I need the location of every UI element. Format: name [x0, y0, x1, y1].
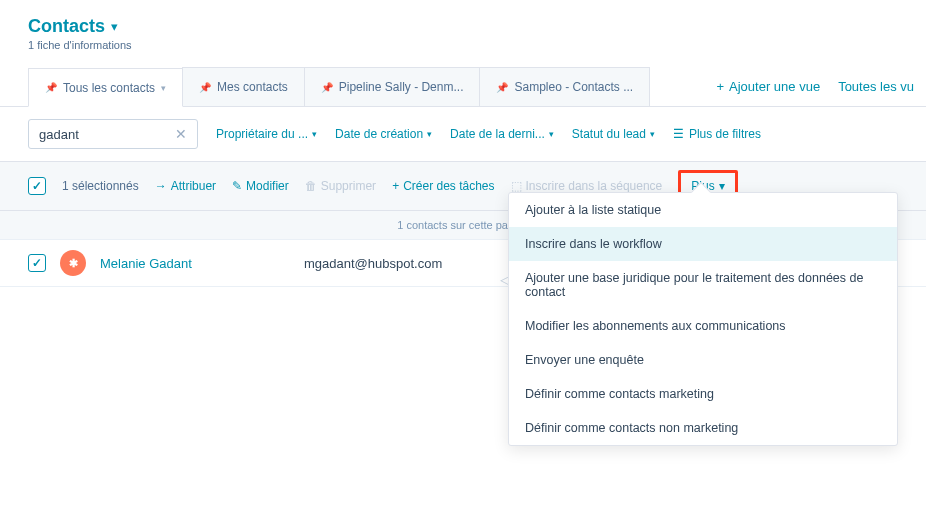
- filter-lead-status[interactable]: Statut du lead ▾: [572, 127, 655, 141]
- assign-label: Attribuer: [171, 179, 216, 193]
- filter-row: ✕ Propriétaire du ... ▾ Date de création…: [0, 107, 926, 161]
- contact-email: mgadant@hubspot.com: [304, 256, 442, 271]
- enroll-sequence-button: ⬚ Inscrire dans la séquence: [511, 179, 663, 193]
- assign-button[interactable]: → Attribuer: [155, 179, 216, 193]
- arrow-right-icon: →: [155, 179, 167, 193]
- chevron-down-icon[interactable]: ▾: [111, 19, 118, 34]
- pin-icon: 📌: [321, 82, 333, 93]
- tab-label: Sampleo - Contacts ...: [514, 80, 633, 94]
- add-view-button[interactable]: + Ajouter une vue: [716, 79, 820, 94]
- select-all-checkbox[interactable]: [28, 177, 46, 195]
- tab-label: Mes contacts: [217, 80, 288, 94]
- pin-icon: 📌: [45, 82, 57, 93]
- more-filters-button[interactable]: ☰ Plus de filtres: [673, 127, 761, 141]
- filter-label: Date de la derni...: [450, 127, 545, 141]
- dropdown-item-set-marketing[interactable]: Définir comme contacts marketing: [509, 377, 897, 411]
- plus-icon: +: [392, 179, 399, 193]
- chevron-down-icon: ▾: [549, 129, 554, 139]
- edit-button[interactable]: ✎ Modifier: [232, 179, 289, 193]
- dropdown-item-edit-subscriptions[interactable]: Modifier les abonnements aux communicati…: [509, 309, 897, 343]
- more-filters-label: Plus de filtres: [689, 127, 761, 141]
- chevron-down-icon: ▾: [719, 179, 725, 193]
- filter-icon: ☰: [673, 127, 684, 141]
- trash-icon: 🗑: [305, 179, 317, 193]
- chevron-down-icon[interactable]: ▾: [161, 83, 166, 93]
- search-box: ✕: [28, 119, 198, 149]
- tab-pipeline[interactable]: 📌 Pipeline Sally - Denm...: [304, 67, 481, 106]
- contact-name-link[interactable]: Melanie Gadant: [100, 256, 290, 271]
- more-actions-dropdown: Ajouter à la liste statique Inscrire dan…: [508, 192, 898, 446]
- chevron-down-icon: ▾: [650, 129, 655, 139]
- edit-label: Modifier: [246, 179, 289, 193]
- delete-label: Supprimer: [321, 179, 376, 193]
- add-view-label: Ajouter une vue: [729, 79, 820, 94]
- avatar: ✱: [60, 250, 86, 276]
- dropdown-item-send-survey[interactable]: Envoyer une enquête: [509, 343, 897, 377]
- selected-count: 1 sélectionnés: [62, 179, 139, 193]
- dropdown-item-legal-basis[interactable]: Ajouter une base juridique pour le trait…: [509, 261, 897, 309]
- all-views-link[interactable]: Toutes les vu: [838, 79, 914, 94]
- filter-label: Propriétaire du ...: [216, 127, 308, 141]
- create-tasks-button[interactable]: + Créer des tâches: [392, 179, 494, 193]
- tab-label: Tous les contacts: [63, 81, 155, 95]
- tab-sampleo[interactable]: 📌 Sampleo - Contacts ...: [479, 67, 650, 106]
- row-checkbox[interactable]: [28, 254, 46, 272]
- page-title[interactable]: Contacts: [28, 16, 105, 37]
- chevron-down-icon: ▾: [427, 129, 432, 139]
- pin-icon: 📌: [199, 82, 211, 93]
- plus-icon: +: [716, 79, 724, 94]
- filter-label: Date de création: [335, 127, 423, 141]
- pin-icon: 📌: [496, 82, 508, 93]
- tab-all-contacts[interactable]: 📌 Tous les contacts ▾: [28, 68, 183, 107]
- pencil-icon: ✎: [232, 179, 242, 193]
- page-header: Contacts ▾ 1 fiche d'informations: [0, 0, 926, 57]
- filter-label: Statut du lead: [572, 127, 646, 141]
- tab-label: Pipeline Sally - Denm...: [339, 80, 464, 94]
- search-input[interactable]: [39, 127, 159, 142]
- chevron-down-icon: ▾: [312, 129, 317, 139]
- view-tabs: 📌 Tous les contacts ▾ 📌 Mes contacts 📌 P…: [0, 67, 926, 107]
- create-tasks-label: Créer des tâches: [403, 179, 494, 193]
- tab-my-contacts[interactable]: 📌 Mes contacts: [182, 67, 305, 106]
- dropdown-item-enroll-workflow[interactable]: Inscrire dans le workflow: [509, 227, 897, 261]
- delete-button: 🗑 Supprimer: [305, 179, 376, 193]
- enroll-label: Inscrire dans la séquence: [526, 179, 663, 193]
- sequence-icon: ⬚: [511, 179, 522, 193]
- filter-create-date[interactable]: Date de création ▾: [335, 127, 432, 141]
- record-count-subtitle: 1 fiche d'informations: [28, 39, 898, 51]
- filter-last-date[interactable]: Date de la derni... ▾: [450, 127, 554, 141]
- filter-owner[interactable]: Propriétaire du ... ▾: [216, 127, 317, 141]
- dropdown-item-set-non-marketing[interactable]: Définir comme contacts non marketing: [509, 411, 897, 445]
- clear-search-icon[interactable]: ✕: [175, 126, 187, 142]
